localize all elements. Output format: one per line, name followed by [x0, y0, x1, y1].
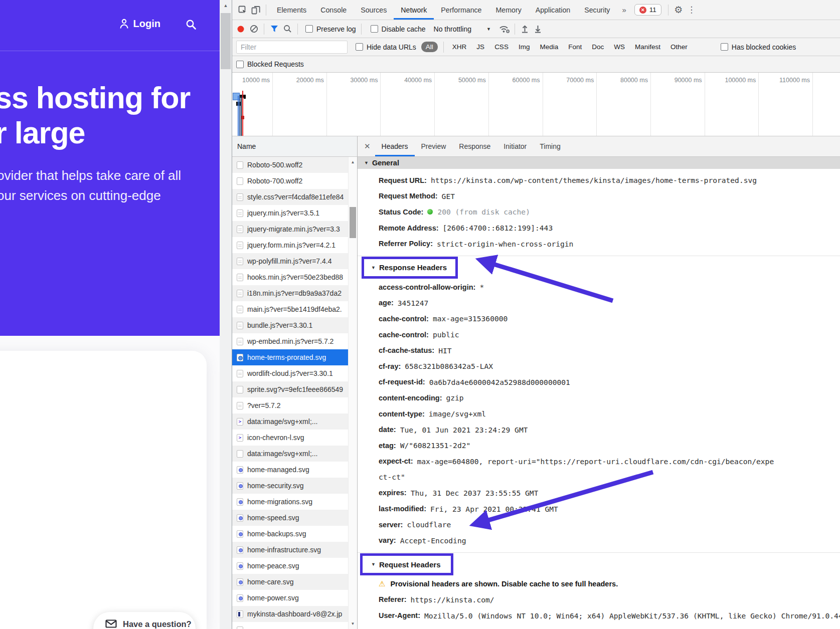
network-conditions-icon[interactable] — [498, 23, 511, 36]
request-row[interactable]: i18n.min.js?ver=db9a9a37da2 — [232, 285, 357, 301]
search-icon[interactable] — [186, 19, 197, 30]
request-row[interactable]: jquery.form.min.js?ver=4.2.1 — [232, 237, 357, 253]
details-tab-response[interactable]: Response — [452, 136, 497, 156]
request-row[interactable]: style.css?ver=f4cdaf8e11efe84 — [232, 189, 357, 205]
type-filter-font[interactable]: Font — [563, 43, 587, 51]
request-row[interactable]: hooks.min.js?ver=50e23bed88 — [232, 269, 357, 285]
request-row[interactable]: wordlift-cloud.js?ver=3.30.1 — [232, 365, 357, 381]
type-filter-doc[interactable]: Doc — [587, 43, 609, 51]
scroll-up-icon[interactable]: ▲ — [220, 0, 232, 11]
blocked-requests-checkbox[interactable] — [236, 61, 244, 68]
general-section-header[interactable]: ▼ General — [358, 157, 840, 169]
request-row[interactable]: icon-chevron-l.svg — [232, 430, 357, 446]
request-row[interactable]: home-care.svg — [232, 574, 357, 590]
tab-memory[interactable]: Memory — [489, 0, 529, 20]
request-row[interactable]: ?ver=5.7.2 — [232, 397, 357, 413]
request-name: home-terms-prorated.svg — [247, 353, 334, 361]
request-row[interactable]: data:image/svg+xml;... — [232, 446, 357, 462]
request-row[interactable]: main.js?ver=5be1419df4eba2. — [232, 301, 357, 317]
tab-network[interactable]: Network — [394, 0, 434, 20]
request-row[interactable]: jquery-migrate.min.js?ver=3.3 — [232, 221, 357, 237]
request-row[interactable]: jquery.min.js?ver=3.5.1 — [232, 205, 357, 221]
filter-all-pill[interactable]: All — [421, 42, 438, 52]
search-icon[interactable] — [281, 23, 294, 36]
request-row[interactable]: home-speed.svg — [232, 510, 357, 526]
request-name: sprite.svg?v=9efc1feee866549 — [247, 385, 351, 393]
request-row[interactable]: data:image/svg+xml;... — [232, 413, 357, 430]
tab-console[interactable]: Console — [313, 0, 354, 20]
request-row[interactable]: Roboto-500.woff2 — [232, 157, 357, 173]
request-row[interactable]: home-infrastructure.svg — [232, 542, 357, 558]
close-icon[interactable]: ✕ — [364, 142, 371, 151]
hide-data-urls-checkbox[interactable] — [356, 43, 363, 51]
browser-page-scrollbar[interactable]: ▲ — [220, 0, 232, 629]
tab-performance[interactable]: Performance — [434, 0, 488, 20]
tab-elements[interactable]: Elements — [270, 0, 313, 20]
request-list-scrollbar[interactable]: ▲ ▼ — [348, 157, 357, 629]
request-row[interactable]: mykinsta-dashboard-v8@2x.jp — [232, 606, 357, 622]
have-a-question-button[interactable]: Have a question? — [93, 612, 196, 629]
type-filter-xhr[interactable]: XHR — [447, 43, 472, 51]
name-column-header[interactable]: Name — [232, 136, 357, 157]
type-filter-media[interactable]: Media — [535, 43, 563, 51]
settings-gear-icon[interactable]: ⚙ — [672, 4, 685, 17]
device-toolbar-icon[interactable] — [249, 4, 262, 17]
network-overview-timeline[interactable]: 10000 ms20000 ms30000 ms40000 ms50000 ms… — [232, 73, 840, 136]
response-headers-section-header[interactable]: ▼ Response Headers — [358, 256, 840, 279]
request-row[interactable]: home-power.svg — [232, 590, 357, 606]
tab-application[interactable]: Application — [529, 0, 577, 20]
kebab-menu-icon[interactable]: ⋮ — [685, 4, 698, 17]
details-tab-preview[interactable]: Preview — [415, 136, 453, 156]
chevron-down-icon[interactable]: ▼ — [486, 27, 491, 32]
request-row[interactable]: sprite.svg?v=9efc1feee866549 — [232, 381, 357, 397]
type-filter-manifest[interactable]: Manifest — [630, 43, 665, 51]
filter-input[interactable] — [236, 41, 348, 54]
import-har-icon[interactable] — [519, 23, 532, 36]
scrollbar-thumb[interactable] — [350, 207, 356, 238]
file-icon — [237, 161, 243, 169]
error-count-badge[interactable]: ✕ 11 — [634, 4, 661, 16]
tab-security[interactable]: Security — [577, 0, 617, 20]
details-tab-initiator[interactable]: Initiator — [497, 136, 533, 156]
request-row[interactable]: bundle.js?ver=3.30.1 — [232, 317, 357, 333]
header-value: gzip — [446, 393, 463, 402]
header-key: Referer: — [379, 595, 407, 603]
export-har-icon[interactable] — [532, 23, 545, 36]
type-filter-ws[interactable]: WS — [609, 43, 630, 51]
request-row[interactable]: wp-embed.min.js?ver=5.7.2 — [232, 333, 357, 349]
disable-cache-checkbox[interactable] — [371, 25, 378, 33]
request-row[interactable]: home-peace.svg — [232, 558, 357, 574]
scroll-down-icon[interactable]: ▼ — [349, 621, 357, 626]
more-tabs-icon[interactable]: » — [617, 6, 631, 14]
inspect-element-icon[interactable] — [236, 4, 249, 17]
request-row[interactable]: home-migrations.svg — [232, 494, 357, 510]
request-row[interactable]: home-terms-prorated.svg — [232, 349, 357, 365]
request-row[interactable]: Roboto-700.woff2 — [232, 173, 357, 189]
request-row[interactable]: wp-polyfill.min.js?ver=7.4.4 — [232, 253, 357, 269]
triangle-down-icon: ▼ — [371, 562, 376, 567]
throttling-select[interactable]: No throttling — [434, 25, 471, 33]
preserve-log-checkbox[interactable] — [305, 25, 313, 33]
type-filter-img[interactable]: Img — [514, 43, 535, 51]
header-field: cf-request-id:0a6b7da4e6000042a52988d000… — [358, 374, 840, 390]
scrollbar-thumb[interactable] — [221, 13, 231, 69]
request-row[interactable]: home-security.svg — [232, 478, 357, 494]
record-icon[interactable] — [234, 23, 247, 36]
request-row[interactable]: home-backups.svg — [232, 526, 357, 542]
tab-sources[interactable]: Sources — [354, 0, 394, 20]
request-headers-section-header[interactable]: ▼ Request Headers — [358, 553, 840, 576]
details-tab-timing[interactable]: Timing — [533, 136, 567, 156]
type-filter-js[interactable]: JS — [471, 43, 489, 51]
scroll-up-icon[interactable]: ▲ — [349, 160, 357, 164]
filter-funnel-icon[interactable] — [268, 23, 281, 36]
request-row[interactable] — [232, 622, 357, 629]
login-link[interactable]: Login — [119, 18, 160, 30]
type-filter-css[interactable]: CSS — [489, 43, 514, 51]
header-field: vary:Accept-Encoding — [358, 532, 840, 548]
clear-icon[interactable] — [247, 23, 260, 36]
request-row[interactable]: home-managed.svg — [232, 462, 357, 478]
timeline-gridline — [434, 73, 435, 136]
type-filter-other[interactable]: Other — [665, 43, 693, 51]
has-blocked-cookies-checkbox[interactable] — [721, 43, 728, 51]
details-tab-headers[interactable]: Headers — [375, 136, 415, 156]
